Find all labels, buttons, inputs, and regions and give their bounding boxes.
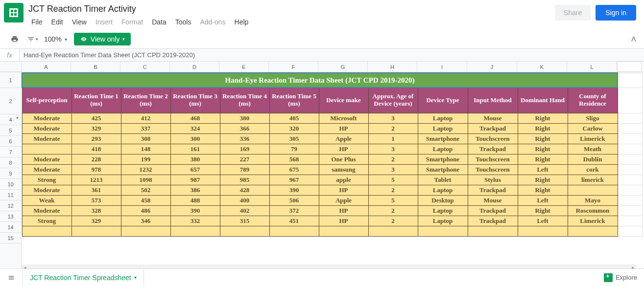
cell[interactable]: samsung xyxy=(319,164,368,175)
cell[interactable]: 657 xyxy=(170,164,220,175)
column-header-j[interactable]: J xyxy=(467,62,517,72)
cell[interactable]: Dublin xyxy=(568,154,618,164)
cell[interactable]: Left xyxy=(518,195,568,205)
cell[interactable] xyxy=(220,226,269,236)
zoom-dropdown-icon[interactable]: ▾ xyxy=(65,37,67,42)
filter-icon[interactable]: ▾ xyxy=(26,33,38,45)
cell[interactable] xyxy=(22,226,72,236)
cell[interactable] xyxy=(72,226,121,236)
cell[interactable]: 372 xyxy=(269,205,319,216)
cell[interactable]: HP xyxy=(319,205,368,216)
row-header-11[interactable]: 11 xyxy=(0,190,21,200)
cell[interactable]: Touchscreen xyxy=(468,164,518,175)
cell[interactable] xyxy=(269,226,319,236)
cell[interactable]: Moderate xyxy=(22,154,72,164)
cell[interactable]: Smartphone xyxy=(418,164,468,175)
cell[interactable]: HP xyxy=(319,144,368,154)
cell[interactable]: Trackpad xyxy=(468,185,518,195)
formula-bar-input[interactable]: Hand-Eye Reaction Timer Data Sheet (JCT … xyxy=(20,49,644,61)
cell[interactable]: Moderate xyxy=(22,133,72,144)
col-header-11[interactable]: County of Residence xyxy=(568,88,618,113)
col-header-4[interactable]: Reaction Time 4 (ms) xyxy=(220,88,269,113)
cell[interactable]: Stylus xyxy=(468,175,518,185)
column-header-i[interactable]: I xyxy=(417,62,467,72)
cell[interactable]: 2 xyxy=(368,185,418,195)
cell[interactable]: Left xyxy=(518,216,568,226)
col-header-2[interactable]: Reaction Time 2 (ms) xyxy=(121,88,170,113)
cell[interactable]: limerick xyxy=(568,175,618,185)
cell[interactable]: Right xyxy=(518,123,568,133)
cell[interactable] xyxy=(568,226,618,236)
cell[interactable]: 405 xyxy=(269,113,319,123)
cell[interactable]: Mouse xyxy=(468,113,518,123)
cell[interactable]: Trackpad xyxy=(468,123,518,133)
column-header-extra[interactable] xyxy=(617,62,642,72)
cell[interactable]: 390 xyxy=(170,205,220,216)
cell[interactable]: Laptop xyxy=(418,185,468,195)
cell[interactable] xyxy=(121,226,170,236)
cell[interactable]: 148 xyxy=(121,144,170,154)
cell[interactable]: 488 xyxy=(170,195,220,205)
cell[interactable]: Apple xyxy=(319,133,368,144)
cell[interactable]: 402 xyxy=(220,205,269,216)
sheet-title-cell[interactable]: Hand-Eye Reaction Timer Data Sheet (JCT … xyxy=(22,73,618,88)
cell[interactable]: 412 xyxy=(121,113,170,123)
sheet-tab-dropdown-icon[interactable]: ▾ xyxy=(134,275,137,280)
cell[interactable]: 366 xyxy=(220,123,269,133)
column-header-l[interactable]: L xyxy=(567,62,617,72)
cell[interactable]: 486 xyxy=(121,205,170,216)
cell[interactable]: 169 xyxy=(220,144,269,154)
explore-button[interactable]: Explore xyxy=(597,273,644,282)
cell[interactable]: Trackpad xyxy=(468,216,518,226)
cell[interactable]: 502 xyxy=(121,185,170,195)
cell[interactable]: HP xyxy=(319,123,368,133)
cell[interactable]: Moderate xyxy=(22,113,72,123)
cell[interactable]: 315 xyxy=(220,216,269,226)
row-header-8[interactable]: 8 xyxy=(0,157,21,168)
cell[interactable] xyxy=(568,185,618,195)
row-header-15[interactable]: 15 xyxy=(0,233,21,243)
menu-view[interactable]: View xyxy=(68,16,91,28)
cell[interactable]: 1098 xyxy=(121,175,170,185)
cell[interactable] xyxy=(518,226,568,236)
cell[interactable]: Laptop xyxy=(418,113,468,123)
cell[interactable]: 789 xyxy=(220,164,269,175)
cell[interactable]: 361 xyxy=(72,185,121,195)
cell[interactable]: Desktop xyxy=(418,195,468,205)
cell[interactable]: 305 xyxy=(269,133,319,144)
cell[interactable]: Limerick xyxy=(568,216,618,226)
cell[interactable]: 332 xyxy=(170,216,220,226)
cell[interactable] xyxy=(22,144,72,154)
menu-help[interactable]: Help xyxy=(231,16,253,28)
row-header-5[interactable]: 5 xyxy=(0,125,21,136)
cell[interactable]: 380 xyxy=(170,154,220,164)
cell[interactable]: Right xyxy=(518,144,568,154)
cell[interactable]: Smartphone xyxy=(418,133,468,144)
cell[interactable]: Laptop xyxy=(418,205,468,216)
cell[interactable]: 2 xyxy=(368,216,418,226)
cell[interactable]: HP xyxy=(319,216,368,226)
cell[interactable]: apple xyxy=(319,175,368,185)
row-header-6[interactable]: 6 xyxy=(0,136,21,147)
cell[interactable]: 380 xyxy=(220,113,269,123)
cell[interactable]: cork xyxy=(568,164,618,175)
cell[interactable]: 1213 xyxy=(72,175,121,185)
signin-button[interactable]: Sign in xyxy=(596,5,636,21)
menu-edit[interactable]: Edit xyxy=(48,16,67,28)
col-header-3[interactable]: Reaction Time 3 (ms) xyxy=(170,88,220,113)
col-header-1[interactable]: Reaction Time 1 (ms) xyxy=(72,88,121,113)
all-sheets-icon[interactable] xyxy=(0,274,23,281)
cell[interactable]: 3 xyxy=(368,113,418,123)
sheets-logo[interactable] xyxy=(4,3,24,22)
cell[interactable]: 336 xyxy=(220,133,269,144)
cell[interactable]: Right xyxy=(518,154,568,164)
cell[interactable]: 3 xyxy=(368,164,418,175)
cell[interactable]: Limerick xyxy=(568,133,618,144)
cell[interactable]: Mayo xyxy=(568,195,618,205)
cell[interactable]: HP xyxy=(319,185,368,195)
cell[interactable]: 5 xyxy=(368,175,418,185)
cell[interactable]: Moderate xyxy=(22,123,72,133)
cell[interactable]: Trackpad xyxy=(468,144,518,154)
cell[interactable]: Laptop xyxy=(418,216,468,226)
row-header-9[interactable]: 9 xyxy=(0,168,21,179)
